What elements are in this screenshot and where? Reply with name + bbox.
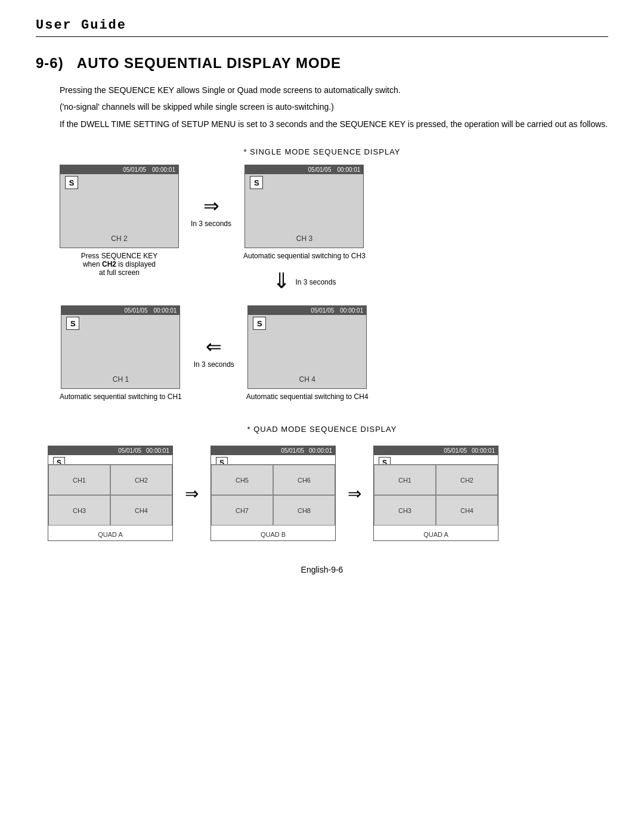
section-name: AUTO SEQUENTIAL DISPLAY MODE [77, 55, 341, 71]
arrow-ch4-to-ch1: ⇐ In 3 seconds [194, 335, 234, 369]
ch1-time: 00:00:01 [153, 307, 177, 314]
section-title: 9-6) AUTO SEQUENTIAL DISPLAY MODE [36, 55, 608, 72]
quad-b-screen: 05/01/05 00:00:01 S CH5 CH6 CH7 CH8 QUAD… [210, 446, 336, 541]
quad-a2-cell-4: CH4 [436, 495, 498, 526]
arrow-quad-1-to-2: ⇒ [185, 484, 199, 503]
ch1-label: CH 1 [113, 375, 129, 384]
quad-b-cell-1: CH5 [211, 465, 273, 495]
quad-b-cell-4: CH8 [273, 495, 335, 526]
ch3-date: 05/01/05 [308, 166, 332, 173]
ch3-time: 00:00:01 [338, 166, 361, 173]
arrow-ch3-to-ch4: ⇓ In 3 seconds [273, 268, 336, 293]
quad-a1-cell-2: CH2 [110, 465, 172, 495]
quad-a1-grid: CH1 CH2 CH3 CH4 [48, 464, 172, 526]
ch2-date: 05/01/05 [123, 166, 146, 173]
in-3-seconds-1: In 3 seconds [191, 220, 231, 228]
quad-mode-layout: 05/01/05 00:00:01 S CH1 CH2 CH3 CH4 QUAD… [36, 446, 608, 541]
ch4-item: 05/01/05 00:00:01 S CH 4 Automatic seque… [246, 305, 369, 401]
ch2-screen-header: 05/01/05 00:00:01 [60, 165, 178, 174]
ch3-item: 05/01/05 00:00:01 S CH 3 Automatic seque… [243, 165, 366, 260]
ch2-screen: 05/01/05 00:00:01 S CH 2 [60, 165, 179, 248]
quad-a1-time: 00:00:01 [146, 447, 169, 454]
arrow-quad-2-to-3: ⇒ [348, 484, 361, 503]
right-arrow-icon: ⇒ [203, 194, 219, 217]
ch2-label: CH 2 [111, 234, 127, 243]
ch3-screen: 05/01/05 00:00:01 S CH 3 [244, 165, 364, 248]
quad-a2-grid: CH1 CH2 CH3 CH4 [374, 464, 498, 526]
ch4-screen-header: 05/01/05 00:00:01 [248, 306, 366, 315]
quad-b-header: 05/01/05 00:00:01 [211, 446, 335, 455]
quad-a1-cell-4: CH4 [110, 495, 172, 526]
ch4-screen: 05/01/05 00:00:01 S CH 4 [247, 305, 367, 389]
quad-a1-cell-3: CH3 [48, 495, 110, 526]
quad-mode-subtitle: * QUAD MODE SEQUENCE DISPLAY [36, 425, 608, 434]
ch3-screen-header: 05/01/05 00:00:01 [245, 165, 363, 174]
quad-a2-cell-3: CH3 [374, 495, 436, 526]
quad-a1-item: 05/01/05 00:00:01 S CH1 CH2 CH3 CH4 QUAD… [48, 446, 173, 541]
quad-a2-date: 05/01/05 [444, 447, 467, 454]
ch4-caption: Automatic sequential switching to CH4 [246, 393, 369, 401]
quad-a1-screen: 05/01/05 00:00:01 S CH1 CH2 CH3 CH4 QUAD… [48, 446, 173, 541]
single-mode-subtitle: * SINGLE MODE SEQUENCE DISPLAY [36, 147, 608, 156]
single-top-row: 05/01/05 00:00:01 S CH 2 Press SEQUENCE … [60, 165, 608, 293]
ch3-label: CH 3 [296, 234, 312, 243]
quad-a1-cell-1: CH1 [48, 465, 110, 495]
quad-b-footer: QUAD B [261, 531, 286, 538]
ch1-date: 05/01/05 [125, 307, 148, 314]
in-3-seconds-3: In 3 seconds [194, 360, 234, 369]
ch4-date: 05/01/05 [311, 307, 334, 314]
ch2-time: 00:00:01 [152, 166, 175, 173]
ch3-column: 05/01/05 00:00:01 S CH 3 Automatic seque… [243, 165, 366, 293]
ch2-s-badge: S [65, 176, 78, 189]
single-bottom-row: 05/01/05 00:00:01 S CH 1 Automatic seque… [60, 305, 608, 401]
down-arrow-icon: ⇓ [273, 268, 290, 293]
body-para-1: Pressing the SEQUENCE KEY allows Single … [36, 84, 608, 97]
ch4-s-badge: S [253, 317, 266, 330]
page-header-title: User Guide [36, 18, 608, 37]
ch2-item: 05/01/05 00:00:01 S CH 2 Press SEQUENCE … [60, 165, 179, 277]
ch1-item: 05/01/05 00:00:01 S CH 1 Automatic seque… [60, 305, 182, 401]
quad-b-cell-2: CH6 [273, 465, 335, 495]
ch4-time: 00:00:01 [340, 307, 363, 314]
ch3-caption: Automatic sequential switching to CH3 [243, 252, 366, 260]
quad-a1-footer: QUAD A [98, 531, 123, 538]
quad-a1-date: 05/01/05 [118, 447, 141, 454]
quad-a2-header: 05/01/05 00:00:01 [374, 446, 498, 455]
quad-b-item: 05/01/05 00:00:01 S CH5 CH6 CH7 CH8 QUAD… [210, 446, 336, 541]
quad-right-arrow-2-icon: ⇒ [348, 484, 361, 503]
page-footer: English-9-6 [36, 565, 608, 574]
ch1-screen-header: 05/01/05 00:00:01 [61, 306, 179, 315]
quad-b-grid: CH5 CH6 CH7 CH8 [211, 464, 335, 526]
left-arrow-icon: ⇐ [206, 335, 222, 358]
ch3-s-badge: S [250, 176, 263, 189]
ch1-s-badge: S [66, 317, 79, 330]
section-number: 9-6) [36, 55, 64, 71]
quad-b-cell-3: CH7 [211, 495, 273, 526]
quad-a2-item: 05/01/05 00:00:01 S CH1 CH2 CH3 CH4 QUAD… [373, 446, 499, 541]
body-para-2: ('no-signal' channels will be skipped wh… [36, 100, 608, 113]
arrow-ch2-to-ch3: ⇒ In 3 seconds [191, 194, 231, 228]
quad-right-arrow-1-icon: ⇒ [185, 484, 199, 503]
single-mode-layout: 05/01/05 00:00:01 S CH 2 Press SEQUENCE … [36, 165, 608, 401]
quad-b-time: 00:00:01 [309, 447, 332, 454]
ch1-caption: Automatic sequential switching to CH1 [60, 393, 182, 401]
ch4-label: CH 4 [299, 375, 315, 384]
quad-a2-cell-1: CH1 [374, 465, 436, 495]
ch2-bold: CH2 [102, 260, 116, 268]
quad-b-date: 05/01/05 [281, 447, 304, 454]
in-3-seconds-2: In 3 seconds [295, 278, 336, 286]
quad-a2-screen: 05/01/05 00:00:01 S CH1 CH2 CH3 CH4 QUAD… [373, 446, 499, 541]
ch1-screen: 05/01/05 00:00:01 S CH 1 [61, 305, 180, 389]
quad-a2-cell-2: CH2 [436, 465, 498, 495]
quad-a1-header: 05/01/05 00:00:01 [48, 446, 172, 455]
quad-a2-footer: QUAD A [423, 531, 448, 538]
ch2-caption: Press SEQUENCE KEYwhen CH2 is displayeda… [81, 252, 158, 277]
quad-a2-time: 00:00:01 [472, 447, 495, 454]
body-para-3: If the DWELL TIME SETTING of SETUP MENU … [36, 118, 608, 131]
